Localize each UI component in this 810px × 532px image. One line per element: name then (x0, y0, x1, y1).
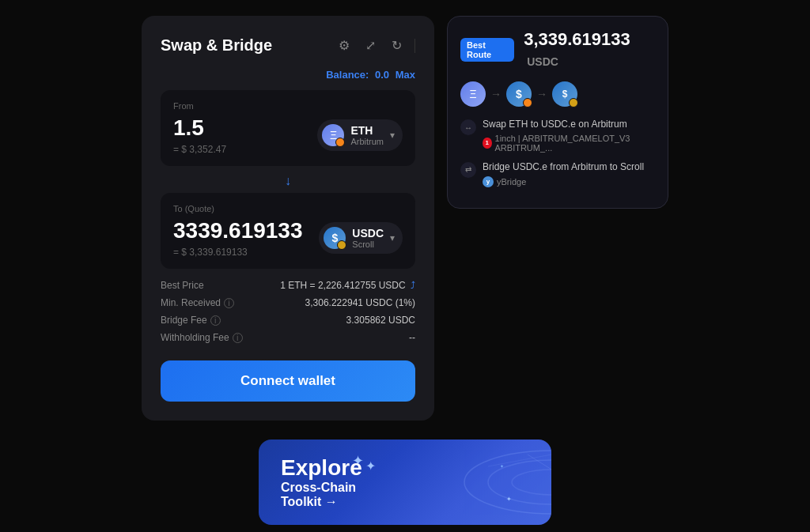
explore-subtitle: Cross-Chain (281, 481, 529, 495)
from-token-select[interactable]: ETH Arbitrum ▾ (317, 119, 403, 151)
to-token-row: 3339.619133 = $ 3,339.619133 USDC Scroll… (173, 218, 403, 258)
scroll-badge (337, 240, 346, 250)
explore-link[interactable]: Toolkit → (281, 495, 529, 509)
to-token-info: USDC Scroll (352, 227, 384, 249)
step2-via: y yBridge (483, 176, 655, 187)
toolbar-divider (414, 39, 415, 53)
route-eth-icon (460, 81, 486, 107)
share-button[interactable]: ⤢ (362, 35, 379, 56)
step1-main: Swap ETH to USDC.e on Arbitrum (483, 118, 655, 131)
withholding-fee-row: Withholding Fee i -- (161, 332, 415, 343)
to-token-box: To (Quote) 3339.619133 = $ 3,339.619133 … (161, 193, 415, 269)
min-received-value: 3,306.222941 USDC (1%) (305, 297, 415, 308)
bridge-fee-info-icon[interactable]: i (210, 315, 221, 326)
balance-label: Balance: (326, 69, 369, 81)
best-route-badge: Best Route (460, 38, 514, 62)
from-amount-group: 1.5 = $ 3,352.47 (173, 115, 226, 155)
to-token-name: USDC (352, 227, 384, 240)
from-token-chevron: ▾ (390, 130, 395, 141)
from-token-chain: Arbitrum (350, 137, 384, 146)
from-usd: = $ 3,352.47 (173, 144, 226, 155)
eth-icon (322, 124, 344, 146)
withholding-fee-info-icon[interactable]: i (233, 333, 243, 343)
explore-banner[interactable]: ✦ ✦ ✦ Explore ✦ Cross-Chain Toolkit → (259, 440, 551, 525)
to-token-chevron: ▾ (390, 232, 395, 243)
settings-icon: ⚙ (339, 39, 350, 52)
best-price-label: Best Price (161, 280, 204, 291)
to-label: To (Quote) (173, 204, 403, 213)
route-arb-badge (523, 98, 532, 108)
usdc-icon (324, 227, 346, 249)
from-token-box: From 1.5 = $ 3,352.47 ETH Arbitrum ▾ (161, 90, 415, 166)
explore-plus-icon: ✦ (365, 458, 376, 474)
step2-main: Bridge USDC.e from Arbitrum to Scroll (483, 160, 655, 174)
bridge-fee-label: Bridge Fee i (161, 315, 221, 326)
to-token-chain: Scroll (352, 240, 384, 249)
route-card: Best Route 3,339.619133 USDC → → $ ↔ Swa… (447, 16, 668, 209)
route-scroll-icon: $ (552, 81, 577, 107)
step2-content: Bridge USDC.e from Arbitrum to Scroll y … (483, 160, 655, 187)
route-arrow-1: → (490, 88, 502, 100)
swap-bridge-card: Swap & Bridge ⚙ ⤢ ↻ Balance: 0.0 Max Fro… (142, 16, 434, 421)
refresh-button[interactable]: ↻ (388, 35, 405, 56)
withholding-fee-label: Withholding Fee i (161, 332, 243, 343)
swap-header: Swap & Bridge ⚙ ⤢ ↻ (161, 35, 415, 56)
max-button[interactable]: Max (396, 69, 415, 81)
share-icon: ⤢ (365, 39, 376, 52)
to-amount: 3339.619133 (173, 218, 303, 243)
step1-content: Swap ETH to USDC.e on Arbitrum 1 1inch |… (483, 118, 655, 153)
from-token-info: ETH Arbitrum (350, 124, 384, 146)
to-token-select[interactable]: USDC Scroll ▾ (319, 222, 403, 254)
best-price-row: Best Price 1 ETH = 2,226.412755 USDC ⤴ (161, 280, 415, 291)
step1-dot: ↔ (460, 119, 476, 135)
bridge-fee-value: 3.305862 USDC (346, 315, 415, 326)
bridge-fee-row: Bridge Fee i 3.305862 USDC (161, 315, 415, 326)
withholding-fee-value: -- (409, 332, 415, 343)
route-step-2: ⇄ Bridge USDC.e from Arbitrum to Scroll … (460, 160, 655, 187)
route-token-flow: → → $ (460, 81, 655, 107)
swap-toolbar-icons: ⚙ ⤢ ↻ (335, 35, 415, 56)
best-price-link-icon[interactable]: ⤴ (411, 280, 415, 291)
from-label: From (173, 101, 403, 111)
swap-title: Swap & Bridge (161, 36, 272, 55)
settings-button[interactable]: ⚙ (335, 35, 353, 56)
from-amount[interactable]: 1.5 (173, 115, 226, 141)
balance-row: Balance: 0.0 Max (161, 69, 415, 81)
route-currency: USDC (527, 55, 558, 68)
min-received-info-icon[interactable]: i (224, 298, 234, 308)
arbitrum-badge (335, 138, 345, 147)
step1-via: 1 1inch | ARBITRUM_CAMELOT_V3 ARBITRUM_.… (483, 134, 655, 153)
to-usd: = $ 3,339.619133 (173, 247, 303, 258)
refresh-icon: ↻ (392, 39, 402, 52)
min-received-label: Min. Received i (161, 297, 234, 308)
to-amount-group: 3339.619133 = $ 3,339.619133 (173, 218, 303, 258)
info-rows: Best Price 1 ETH = 2,226.412755 USDC ⤴ M… (161, 280, 415, 343)
best-price-value: 1 ETH = 2,226.412755 USDC ⤴ (280, 280, 415, 291)
swap-direction-arrow[interactable]: ↓ (161, 169, 415, 193)
explore-title: Explore (281, 455, 362, 481)
from-token-row: 1.5 = $ 3,352.47 ETH Arbitrum ▾ (173, 115, 403, 155)
min-received-row: Min. Received i 3,306.222941 USDC (1%) (161, 297, 415, 308)
route-header: Best Route 3,339.619133 USDC (460, 29, 655, 70)
route-amount: 3,339.619133 USDC (524, 29, 655, 70)
from-token-name: ETH (350, 124, 384, 137)
route-usdc-icon (506, 81, 532, 107)
route-scroll-badge (569, 98, 578, 108)
connect-wallet-button[interactable]: Connect wallet (161, 360, 415, 402)
ybridge-icon: y (483, 176, 494, 187)
oneinch-icon: 1 (483, 138, 492, 149)
balance-value: 0.0 (375, 69, 389, 81)
route-arrow-2: → (536, 88, 547, 100)
step2-dot: ⇄ (460, 162, 476, 178)
route-step-1: ↔ Swap ETH to USDC.e on Arbitrum 1 1inch… (460, 118, 655, 153)
